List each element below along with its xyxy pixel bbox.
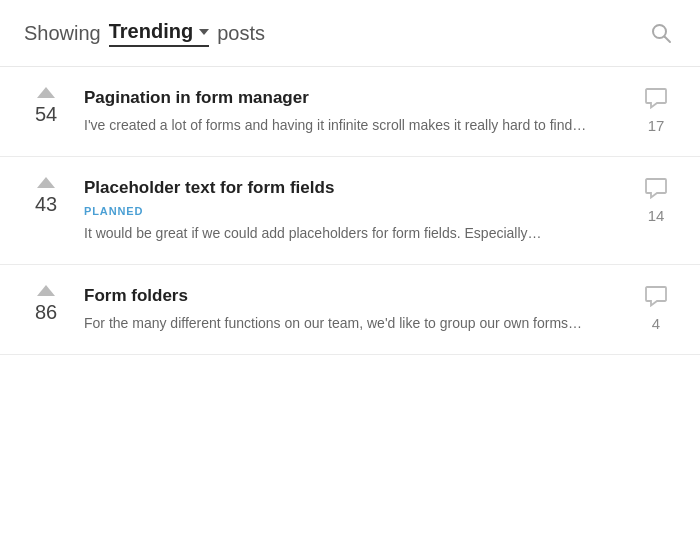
vote-section: 54: [24, 87, 68, 124]
post-excerpt: It would be great if we could add placeh…: [84, 223, 620, 244]
post-list: 54 Pagination in form manager I've creat…: [0, 67, 700, 355]
vote-count: 86: [35, 302, 57, 322]
comment-icon: [644, 177, 668, 203]
chevron-down-icon: [199, 29, 209, 35]
page-header: Showing Trending posts: [0, 0, 700, 67]
upvote-button[interactable]: [37, 285, 55, 296]
vote-section: 86: [24, 285, 68, 322]
list-item[interactable]: 43 Placeholder text for form fields PLAN…: [0, 157, 700, 265]
status-badge: PLANNED: [84, 205, 620, 217]
vote-count: 54: [35, 104, 57, 124]
svg-line-1: [665, 37, 671, 43]
post-content: Pagination in form manager I've created …: [84, 87, 620, 136]
post-meta: 14: [636, 177, 676, 224]
search-icon: [650, 22, 672, 44]
post-title: Placeholder text for form fields: [84, 177, 620, 199]
comment-count: 14: [648, 207, 665, 224]
comment-count: 17: [648, 117, 665, 134]
upvote-button[interactable]: [37, 87, 55, 98]
post-title: Form folders: [84, 285, 620, 307]
showing-label: Showing: [24, 22, 101, 45]
post-excerpt: I've created a lot of forms and having i…: [84, 115, 620, 136]
posts-label: posts: [217, 22, 265, 45]
post-content: Placeholder text for form fields PLANNED…: [84, 177, 620, 244]
upvote-button[interactable]: [37, 177, 55, 188]
post-excerpt: For the many different functions on our …: [84, 313, 620, 334]
list-item[interactable]: 86 Form folders For the many different f…: [0, 265, 700, 355]
dropdown-label: Trending: [109, 20, 193, 43]
trending-dropdown[interactable]: Trending: [109, 20, 209, 47]
search-button[interactable]: [646, 18, 676, 48]
list-item[interactable]: 54 Pagination in form manager I've creat…: [0, 67, 700, 157]
comment-icon: [644, 87, 668, 113]
post-meta: 4: [636, 285, 676, 332]
vote-count: 43: [35, 194, 57, 214]
post-content: Form folders For the many different func…: [84, 285, 620, 334]
post-title: Pagination in form manager: [84, 87, 620, 109]
comment-count: 4: [652, 315, 660, 332]
vote-section: 43: [24, 177, 68, 214]
post-meta: 17: [636, 87, 676, 134]
comment-icon: [644, 285, 668, 311]
